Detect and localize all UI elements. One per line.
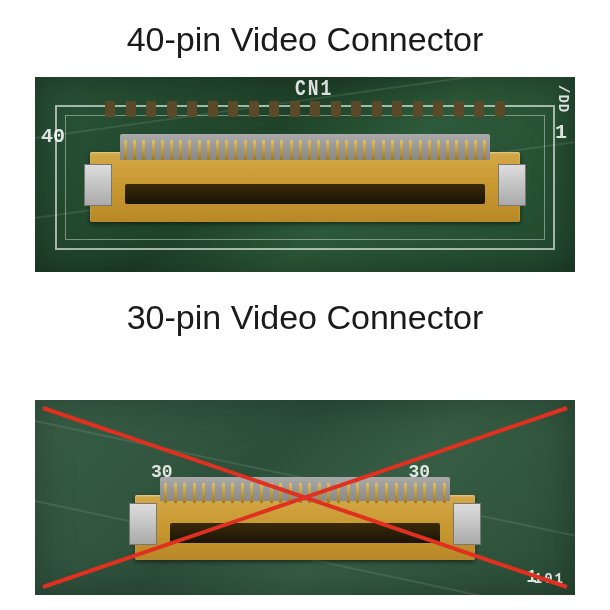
title-30-pin: 30-pin Video Connector xyxy=(127,298,484,337)
lock-clip-right xyxy=(498,164,526,206)
lock-clip-left xyxy=(84,164,112,206)
lock-clip-left xyxy=(129,503,157,545)
connector-slot xyxy=(125,184,485,204)
connector-slot xyxy=(170,523,440,543)
connector-designator: CN1 xyxy=(295,77,333,101)
pin-strip xyxy=(120,134,490,160)
pin-label-1: 1 xyxy=(555,121,567,144)
connector-30-pin xyxy=(135,495,475,560)
pin-label-40: 40 xyxy=(41,125,65,148)
connector-40-pin xyxy=(90,152,520,222)
capacitor-row xyxy=(105,101,505,119)
title-40-pin: 40-pin Video Connector xyxy=(127,20,484,59)
pcb-30-pin: 30 30 1 101 xyxy=(35,400,575,595)
pcb-40-pin: 40 CN1 1 /DD xyxy=(35,77,575,272)
aux-label: 101 xyxy=(534,571,565,587)
lock-clip-right xyxy=(453,503,481,545)
vdd-label: /DD xyxy=(555,85,571,113)
pin-strip xyxy=(160,477,450,501)
